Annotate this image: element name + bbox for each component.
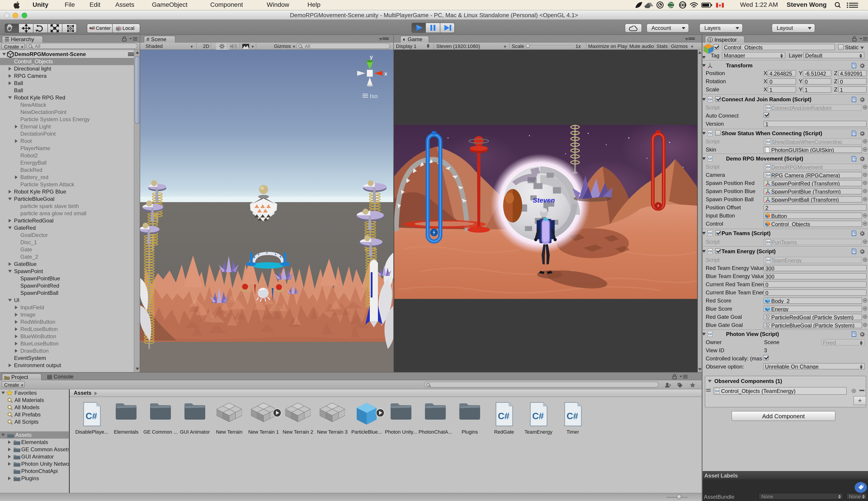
- svg-text:?: ?: [853, 98, 855, 102]
- svg-text:Steven: Steven: [533, 196, 555, 204]
- svg-text:?: ?: [853, 249, 855, 254]
- svg-text:C#: C#: [498, 411, 509, 421]
- svg-text:?: ?: [853, 157, 855, 161]
- svg-text:y: y: [370, 54, 373, 60]
- svg-text:C#: C#: [567, 411, 578, 421]
- svg-text:?: ?: [853, 131, 855, 136]
- svg-text:x: x: [384, 71, 387, 77]
- svg-text:?: ?: [853, 232, 855, 235]
- svg-text:?: ?: [853, 332, 855, 336]
- svg-text:C#: C#: [532, 411, 544, 421]
- svg-text:C#: C#: [85, 411, 97, 421]
- svg-text:?: ?: [853, 64, 855, 67]
- svg-text:Iso: Iso: [370, 93, 378, 99]
